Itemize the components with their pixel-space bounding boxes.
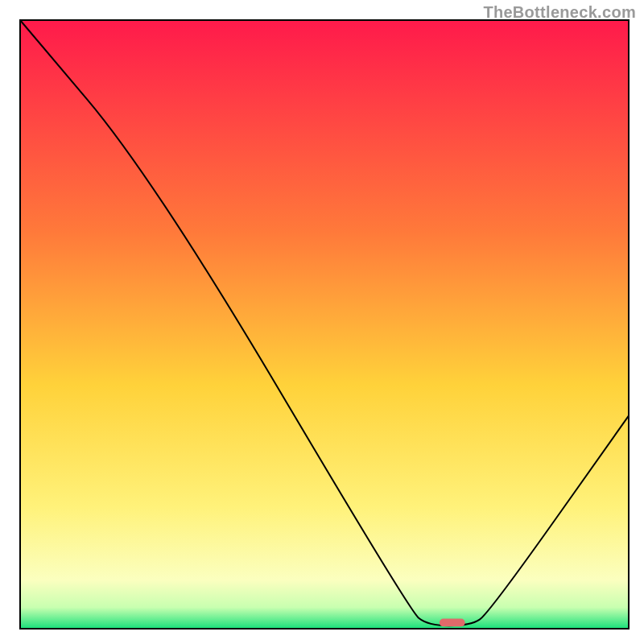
gradient-background [20, 20, 629, 629]
optimal-marker [440, 619, 465, 627]
bottleneck-chart [0, 0, 644, 644]
